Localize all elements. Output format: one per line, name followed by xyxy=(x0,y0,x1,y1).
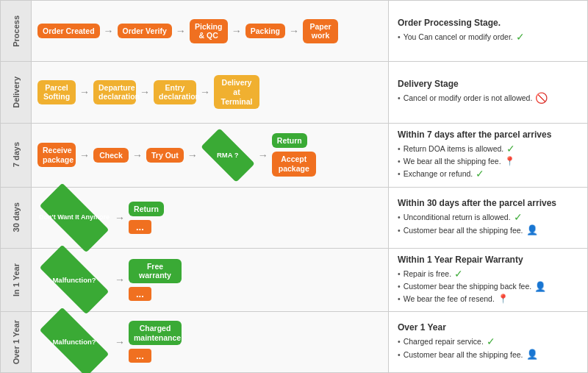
arrow-30a: → xyxy=(115,212,125,224)
arrow-d3: → xyxy=(200,86,210,98)
process-label-col: Process xyxy=(1,1,32,61)
one-year-item-1: Repair is free. ✓ xyxy=(398,268,578,280)
entry-declaration-box: Entry declaration xyxy=(154,80,196,104)
arrow-4: → xyxy=(289,25,299,37)
one-year-info: Within 1 Year Repair Warranty Repair is … xyxy=(389,249,587,311)
process-info-list: You Can cancel or modify order. ✓ xyxy=(398,31,578,44)
dont-want-diamond: Don't Want It Anymore xyxy=(37,199,111,236)
one-year-flow: Malfunction? → Free warranty ... xyxy=(32,249,389,311)
picking-box: Picking & QC xyxy=(190,19,228,43)
seven-days-row: 7 days Receive package → Check → Try Out… xyxy=(1,124,587,188)
thirty-days-item-2: Customer bear all the shipping fee. 👤 xyxy=(398,224,578,235)
seven-days-label: 7 days xyxy=(12,142,21,167)
rma-diamond: RMA ? xyxy=(201,141,254,170)
delivery-info-item-1: Cancel or modify order is not allowed. 🚫 xyxy=(398,92,578,104)
pin-icon-1: 📍 xyxy=(504,156,515,166)
malfunction1-diamond: Malfunction? xyxy=(37,261,111,298)
one-year-item-2: Customer bear the shipping back fee. 👤 xyxy=(398,281,578,292)
dots-30-box: ... xyxy=(129,220,151,234)
delivery-label: Delivery xyxy=(12,77,21,108)
arrow-2: → xyxy=(176,25,186,37)
no-icon-1: 🚫 xyxy=(535,92,548,104)
over-one-year-item-2: Customer bear all the shipping fee. 👤 xyxy=(398,349,578,360)
pin-icon-2: 📍 xyxy=(498,294,509,304)
over-one-year-info-list: Charged repair service. ✓ Customer bear … xyxy=(398,335,578,361)
arrow-7c: → xyxy=(187,149,198,161)
process-label: Process xyxy=(12,15,21,47)
check-icon-2: ✓ xyxy=(506,143,515,154)
one-year-row: In 1 Year Malfunction? → Free warranty .… xyxy=(1,249,587,312)
seven-days-label-col: 7 days xyxy=(1,124,32,187)
packing-box: Packing xyxy=(245,24,285,38)
delivery-info-title: Delivery Stage xyxy=(398,79,578,89)
person-icon-2: 👤 xyxy=(534,281,546,292)
delivery-label-col: Delivery xyxy=(1,62,32,122)
check-icon-4: ✓ xyxy=(514,211,523,223)
thirty-days-label: 30 days xyxy=(12,202,21,232)
one-year-info-list: Repair is free. ✓ Customer bear the ship… xyxy=(398,268,578,305)
check-icon-3: ✓ xyxy=(476,168,484,180)
thirty-days-info: Within 30 days after the parcel arrives … xyxy=(389,188,587,248)
delivery-info: Delivery Stage Cancel or modify order is… xyxy=(389,62,587,122)
process-flow: Order Created → Order Verify → Picking &… xyxy=(32,1,389,61)
check-icon-6: ✓ xyxy=(487,335,495,347)
branch-1year: Free warranty ... xyxy=(129,259,182,301)
parcel-sorting-box: Parcel Softing xyxy=(37,80,76,104)
thirty-days-flow: Don't Want It Anymore → Return ... xyxy=(32,188,389,248)
over-one-year-flow: Malfunction? → Charged maintenance ... xyxy=(32,312,389,372)
arrow-d1: → xyxy=(79,86,90,98)
arrow-7b: → xyxy=(132,149,143,161)
thirty-days-label-col: 30 days xyxy=(1,188,32,248)
branch-7days: Return Accept package xyxy=(272,133,316,176)
thirty-days-info-list: Unconditional return is allowed. ✓ Custo… xyxy=(398,211,578,237)
check-icon-5: ✓ xyxy=(454,268,463,280)
thirty-days-row: 30 days Don't Want It Anymore → Return .… xyxy=(1,188,587,249)
seven-days-info-title: Within 7 days after the parcel arrives xyxy=(398,129,578,140)
person-icon-1: 👤 xyxy=(526,224,538,235)
tryout-box: Try Out xyxy=(146,148,184,163)
return-box: Return xyxy=(272,133,307,148)
charged-maintenance-box: Charged maintenance xyxy=(129,321,182,345)
seven-days-item-2: We bear all the shipping fee. 📍 xyxy=(398,156,578,166)
seven-days-info: Within 7 days after the parcel arrives R… xyxy=(389,124,587,187)
seven-days-item-3: Exchange or refund. ✓ xyxy=(398,168,578,180)
over-one-year-label-col: Over 1 Year xyxy=(1,312,32,372)
arrow-3: → xyxy=(232,25,242,37)
departure-box: Departure declaration xyxy=(93,80,136,104)
branch-30days: Return ... xyxy=(129,202,164,234)
one-year-label-col: In 1 Year xyxy=(1,249,32,311)
over-one-year-row: Over 1 Year Malfunction? → Charged maint… xyxy=(1,312,587,372)
delivery-row: Delivery Parcel Softing → Departure decl… xyxy=(1,62,587,123)
delivery-info-list: Cancel or modify order is not allowed. 🚫 xyxy=(398,92,578,105)
return-30-box: Return xyxy=(129,202,164,216)
process-info-item-1: You Can cancel or modify order. ✓ xyxy=(398,31,578,43)
order-verify-box: Order Verify xyxy=(118,24,172,38)
branch-over1year: Charged maintenance ... xyxy=(129,321,182,363)
person-icon-3: 👤 xyxy=(526,349,538,360)
free-warranty-box: Free warranty xyxy=(129,259,182,283)
arrow-1ya: → xyxy=(115,274,125,285)
malfunction2-diamond: Malfunction? xyxy=(37,324,111,360)
seven-days-flow: Receive package → Check → Try Out → RMA … xyxy=(32,124,389,187)
dots-over1year-box: ... xyxy=(129,349,151,363)
seven-days-item-1: Return DOA items is allowed. ✓ xyxy=(398,143,578,154)
thirty-days-info-title: Within 30 days after the parcel arrives xyxy=(398,198,578,208)
arrow-7d: → xyxy=(258,149,268,161)
one-year-info-title: Within 1 Year Repair Warranty xyxy=(398,255,578,265)
process-info: Order Processing Stage. You Can cancel o… xyxy=(389,1,587,61)
receive-box: Receive package xyxy=(37,143,76,167)
over-one-year-label: Over 1 Year xyxy=(12,320,21,364)
thirty-days-item-1: Unconditional return is allowed. ✓ xyxy=(398,211,578,223)
delivery-flow: Parcel Softing → Departure declaration →… xyxy=(32,62,389,122)
arrow-1: → xyxy=(104,25,114,37)
over-one-year-info: Over 1 Year Charged repair service. ✓ Cu… xyxy=(389,312,587,372)
arrow-d2: → xyxy=(140,86,150,98)
arrow-7a: → xyxy=(79,149,90,161)
process-info-title: Order Processing Stage. xyxy=(398,18,578,28)
paperwork-box: Paper work xyxy=(303,19,338,43)
over-one-year-info-title: Over 1 Year xyxy=(398,322,578,333)
arrow-ov1: → xyxy=(115,336,125,348)
delivery-terminal-box: Delivery at Terminal xyxy=(214,75,259,109)
order-process-diagram: Process Order Created → Order Verify → P… xyxy=(0,0,588,373)
check-box: Check xyxy=(93,148,129,163)
